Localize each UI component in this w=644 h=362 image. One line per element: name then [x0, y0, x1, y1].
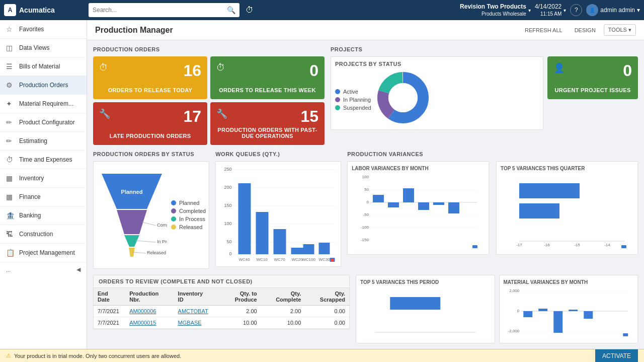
sidebar-item-production-orders[interactable]: ⚙ Production Orders: [0, 76, 87, 95]
production-variances-section: PRODUCTION VARIANCES LABOR VARIANCES BY …: [347, 151, 638, 269]
svg-text:Planned: Planned: [121, 189, 143, 195]
svg-rect-34: [291, 248, 304, 254]
kpi-icon-week: ⏱: [216, 62, 225, 73]
kpi-label-late: LATE PRODUCTION ORDERS: [99, 133, 201, 139]
collapse-icon: ◀: [76, 266, 80, 273]
labor-variances-title: LABOR VARIANCES BY MONTH: [352, 166, 485, 171]
sidebar-item-label-material: Material Requirem...: [19, 100, 73, 107]
charts-section-row: PRODUCTION ORDERS BY STATUS Planned: [93, 151, 638, 269]
col-qty-complete: Qty. Complete: [261, 288, 305, 306]
prod-nbr-link-2[interactable]: AM000015: [129, 320, 156, 326]
labor-variances-svg: 100 50 0 -50 -100 -150: [352, 173, 485, 249]
funnel-container: Planned Completed In Process: [97, 165, 206, 265]
top5-period-title: TOP 5 VARIANCES THIS PERIOD: [360, 279, 491, 285]
subsidiary-name: Products Wholesale: [460, 11, 526, 17]
kpi-past-due[interactable]: 🔧 15 PRODUCTION ORDERS WITH PAST-DUE OPE…: [210, 102, 325, 145]
tools-button[interactable]: TOOLS ▾: [604, 24, 636, 36]
kpi-label-week: ORDERS TO RELEASE THIS WEEK: [216, 87, 318, 93]
inventory-link-1[interactable]: AMCTOBAT: [178, 308, 208, 314]
svg-rect-79: [569, 310, 578, 311]
col-end-date: End Date: [94, 288, 125, 306]
activate-button[interactable]: ACTIVATE: [595, 349, 638, 363]
production-icon: ⚙: [6, 81, 15, 89]
top-section-row: PRODUCTION ORDERS ⏱ 16 ORDERS TO RELEASE…: [93, 46, 638, 145]
svg-text:WC20: WC20: [292, 257, 303, 262]
sidebar-item-favorites[interactable]: ☆ Favorites: [0, 20, 87, 39]
kpi-icon-today: ⏱: [99, 62, 108, 73]
sidebar-item-label-configurator: Product Configurator: [19, 119, 75, 126]
svg-rect-38: [319, 243, 330, 254]
svg-text:-14: -14: [604, 243, 610, 247]
company-info: Revision Two Products Products Wholesale: [460, 3, 526, 18]
datetime-dropdown-button[interactable]: ▾: [564, 8, 566, 13]
finance-icon: ▦: [6, 193, 15, 201]
svg-text:-50: -50: [363, 212, 369, 217]
projects-title: PROJECTS: [331, 46, 638, 52]
projects-status-title: PROJECTS BY STATUS: [335, 61, 539, 67]
top5-quarter-svg: -17 -16 -15 -14: [501, 173, 633, 249]
user-avatar: 👤: [586, 4, 598, 16]
table-row: 7/7/2021 AM000006 AMCTOBAT 2.00 2.00 0.0…: [94, 306, 349, 317]
svg-text:WC30: WC30: [319, 257, 331, 262]
sidebar-item-product-configurator[interactable]: ✏ Product Configurator: [0, 113, 87, 132]
kpi-late-orders[interactable]: 🔧 17 LATE PRODUCTION ORDERS: [93, 102, 207, 145]
svg-text:-17: -17: [516, 243, 522, 247]
time-icon: ⏱: [6, 156, 15, 164]
svg-line-15: [133, 252, 146, 253]
legend-label-suspended: Suspended: [343, 105, 371, 111]
page-header: Production Manager REFRESH ALL DESIGN TO…: [87, 20, 644, 40]
banking-icon: 🏦: [6, 211, 15, 220]
sidebar-item-material-requirements[interactable]: ✦ Material Requirem...: [0, 95, 87, 113]
work-queues-svg: 250 200 150 100 50 0: [219, 165, 338, 263]
refresh-all-button[interactable]: REFRESH ALL: [521, 25, 567, 35]
search-icon[interactable]: 🔍: [227, 6, 235, 14]
sidebar-item-banking[interactable]: 🏦 Banking: [0, 206, 87, 225]
svg-text:-16: -16: [544, 243, 550, 247]
prod-nbr-link-1[interactable]: AM000006: [129, 308, 156, 314]
legend-planning: In Planning: [335, 97, 371, 103]
svg-text:250: 250: [224, 167, 232, 172]
kpi-release-today[interactable]: ⏱ 16 ORDERS TO RELEASE TODAY: [93, 56, 207, 99]
sidebar-more[interactable]: ... ◀: [0, 262, 87, 277]
inventory-icon: ▦: [6, 174, 15, 182]
svg-text:WC70: WC70: [274, 257, 286, 262]
sidebar-item-finance[interactable]: ▦ Finance: [0, 188, 87, 206]
kpi-release-week[interactable]: ⏱ 0 ORDERS TO RELEASE THIS WEEK: [210, 56, 325, 99]
legend-label-in-process: In Process: [179, 216, 205, 222]
sidebar-item-bills-of-material[interactable]: ☰ Bills of Material: [0, 57, 87, 76]
inventory-link-2[interactable]: MGBASE: [178, 320, 202, 326]
donut-wrapper: Active In Planning Suspended: [335, 70, 539, 125]
sidebar-item-estimating[interactable]: ✏ Estimating: [0, 132, 87, 151]
design-button[interactable]: DESIGN: [571, 25, 600, 35]
projects-row: PROJECTS BY STATUS Active In: [331, 56, 638, 130]
help-button[interactable]: ?: [570, 4, 582, 16]
kpi-number-pastdue: 15: [300, 108, 318, 124]
search-input[interactable]: [93, 7, 227, 14]
sidebar-item-construction[interactable]: 🏗 Construction: [0, 225, 87, 244]
sidebar-item-project-management[interactable]: 📋 Project Management: [0, 244, 87, 262]
sidebar-item-label-project: Project Management: [19, 249, 75, 256]
svg-rect-57: [433, 202, 444, 205]
data-views-icon: ◫: [6, 44, 15, 52]
legend-dot-active: [335, 89, 340, 94]
work-queues-title: WORK QUEUES (QTY.): [215, 151, 341, 157]
svg-rect-80: [584, 311, 593, 319]
kpi-number-today: 16: [183, 62, 201, 79]
company-dropdown-button[interactable]: ▾: [528, 8, 531, 13]
kpi-grid: ⏱ 16 ORDERS TO RELEASE TODAY ⏱ 0 ORDERS …: [93, 56, 325, 145]
status-bar: ⚠ Your product is in trial mode. Only tw…: [0, 349, 644, 362]
svg-text:Released: Released: [147, 250, 166, 255]
svg-rect-55: [403, 188, 414, 202]
kpi-urgent-issues[interactable]: 👤 0 URGENT PROJECT ISSUES: [547, 56, 638, 99]
sidebar-item-inventory[interactable]: ▦ Inventory: [0, 169, 87, 188]
history-button[interactable]: ⏱: [244, 4, 256, 17]
kpi-label-today: ORDERS TO RELEASE TODAY: [99, 87, 201, 93]
sidebar-item-time-expenses[interactable]: ⏱ Time and Expenses: [0, 151, 87, 169]
kpi-number-week: 0: [309, 62, 318, 79]
orders-review-title: ORDERS TO REVIEW (COMPLETE AND NOT CLOSE…: [94, 275, 349, 288]
kpi-label-urgent: URGENT PROJECT ISSUES: [553, 87, 632, 93]
prod-status-chart: Planned Completed In Process: [93, 161, 209, 269]
user-menu[interactable]: 👤 admin admin ▾: [586, 4, 640, 16]
legend-label-active: Active: [343, 89, 358, 95]
sidebar-item-data-views[interactable]: ◫ Data Views: [0, 39, 87, 57]
